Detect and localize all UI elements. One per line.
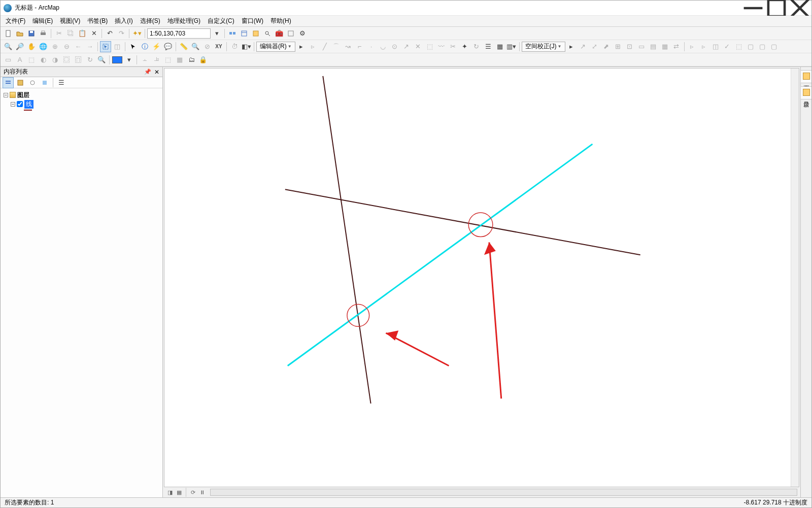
- goto-xy-icon[interactable]: XY: [213, 41, 224, 52]
- measure-icon[interactable]: 📏: [178, 41, 189, 52]
- html-popup-icon[interactable]: 💬: [162, 41, 174, 52]
- list-by-drawing-order-icon[interactable]: [3, 77, 14, 88]
- edit-annotation-icon[interactable]: ▹: [308, 41, 319, 52]
- link-table-icon[interactable]: ▦: [659, 41, 670, 52]
- select-features-icon[interactable]: [100, 41, 111, 52]
- spatial-adjustment-dropdown[interactable]: 空间校正(J)▼: [522, 42, 565, 52]
- edit-vertices-icon[interactable]: ⬚: [424, 41, 435, 52]
- map-canvas[interactable]: [164, 68, 799, 487]
- new-displacement-link-icon[interactable]: ↗: [578, 41, 589, 52]
- toc-options-icon[interactable]: ☰: [56, 77, 67, 88]
- menu-view[interactable]: 视图(V): [57, 16, 83, 26]
- topo-error-icon[interactable]: ⬚: [733, 41, 745, 52]
- create-viewer-icon[interactable]: ◧▾: [241, 41, 252, 52]
- modify-link-icon[interactable]: ⤢: [589, 41, 600, 52]
- menu-bookmarks[interactable]: 书签(B): [84, 16, 111, 26]
- align-1-icon[interactable]: ⫠: [139, 54, 150, 65]
- draw-rectangle-icon[interactable]: ▭: [3, 54, 14, 65]
- cut-icon[interactable]: ✂: [53, 28, 64, 39]
- time-slider-icon[interactable]: ⏱: [229, 41, 240, 52]
- scale-input[interactable]: [147, 28, 211, 39]
- topo-edit-1-icon[interactable]: ▹: [687, 41, 698, 52]
- add-data-icon[interactable]: ✦▾: [131, 28, 143, 39]
- topo-7-icon[interactable]: ▢: [768, 41, 780, 52]
- redo-icon[interactable]: ↷: [116, 28, 127, 39]
- create-features-icon[interactable]: ▥▾: [506, 41, 517, 52]
- group-icon[interactable]: ⿴: [61, 54, 72, 65]
- editor-toolbar-icon[interactable]: [227, 28, 238, 39]
- pan-icon[interactable]: ✋: [26, 41, 37, 52]
- refresh-icon[interactable]: ⟳: [189, 488, 197, 496]
- data-view-tab[interactable]: ◨: [166, 488, 174, 496]
- copy-icon[interactable]: ⿻: [65, 28, 76, 39]
- select-elements-icon[interactable]: ▸: [566, 41, 577, 52]
- edge-match-icon[interactable]: ▭: [636, 41, 647, 52]
- list-by-selection-icon[interactable]: [39, 77, 50, 88]
- undo-icon[interactable]: ↶: [104, 28, 115, 39]
- clear-selection-icon[interactable]: ◫: [112, 41, 123, 52]
- limited-adjustment-icon[interactable]: ⊡: [624, 41, 635, 52]
- back-extent-icon[interactable]: ←: [73, 41, 84, 52]
- align-2-icon[interactable]: ⫡: [151, 54, 162, 65]
- catalog-window-icon[interactable]: [250, 28, 261, 39]
- menu-insert[interactable]: 插入(I): [112, 16, 136, 26]
- nudge-icon[interactable]: ▦: [174, 54, 185, 65]
- close-button[interactable]: [788, 1, 811, 15]
- attributes-icon[interactable]: ☰: [483, 41, 494, 52]
- cut-polygons-icon[interactable]: ✂: [448, 41, 459, 52]
- fixed-zoom-in-icon[interactable]: ⊕: [49, 41, 60, 52]
- search-window-icon[interactable]: [262, 28, 273, 39]
- python-window-icon[interactable]: [285, 28, 296, 39]
- end-point-arc-icon[interactable]: ◡: [378, 41, 389, 52]
- zoom-in-icon[interactable]: 🔍: [3, 41, 14, 52]
- list-by-visibility-icon[interactable]: [27, 77, 38, 88]
- rotate-draw-icon[interactable]: ↻: [84, 54, 95, 65]
- find-route-icon[interactable]: ⊘: [201, 41, 213, 52]
- right-angle-icon[interactable]: ⌐: [354, 41, 365, 52]
- fill-color-icon[interactable]: [112, 54, 123, 65]
- arctoolbox-icon[interactable]: 🧰: [274, 28, 285, 39]
- toc-icon[interactable]: [239, 28, 250, 39]
- rotate-icon[interactable]: ↻: [471, 41, 482, 52]
- pointer-icon[interactable]: [127, 41, 139, 52]
- zoom-to-selected-icon[interactable]: 🔍: [96, 54, 107, 65]
- menu-help[interactable]: 帮助(H): [267, 16, 294, 26]
- layer-props-icon[interactable]: 🗂: [186, 54, 197, 65]
- map-horizontal-scrollbar[interactable]: [210, 489, 797, 496]
- topo-6-icon[interactable]: ▢: [757, 41, 768, 52]
- intersection-icon[interactable]: ✕: [413, 41, 424, 52]
- draw-tool-2-icon[interactable]: ◑: [49, 54, 60, 65]
- topo-edit-2-icon[interactable]: ▹: [698, 41, 709, 52]
- tree-root-row[interactable]: − 图层: [4, 90, 159, 99]
- distribute-icon[interactable]: ⬚: [162, 54, 174, 65]
- arc-segment-icon[interactable]: ⌒: [331, 41, 342, 52]
- minimize-button[interactable]: [741, 1, 765, 15]
- identity-link-icon[interactable]: ⊞: [613, 41, 624, 52]
- editor-dropdown[interactable]: 编辑器(R)▼: [256, 42, 295, 52]
- edit-tool-icon[interactable]: ▸: [296, 41, 307, 52]
- edit-vertices-draw-icon[interactable]: ⬚: [26, 54, 37, 65]
- new-doc-icon[interactable]: [3, 28, 14, 39]
- layer-name[interactable]: 线: [24, 100, 33, 109]
- print-icon[interactable]: [38, 28, 49, 39]
- locked-icon[interactable]: 🔒: [197, 54, 209, 65]
- save-icon[interactable]: [26, 28, 37, 39]
- topo-validate-icon[interactable]: ◫: [710, 41, 721, 52]
- full-extent-icon[interactable]: 🌐: [38, 41, 49, 52]
- pin-icon[interactable]: 📌: [144, 69, 151, 75]
- zoom-out-icon[interactable]: 🔎: [14, 41, 25, 52]
- hyperlink-icon[interactable]: ⚡: [151, 41, 162, 52]
- direction-distance-icon[interactable]: ↗: [401, 41, 412, 52]
- paste-icon[interactable]: 📋: [77, 28, 88, 39]
- catalog-tab[interactable]: 目录: [800, 86, 811, 99]
- pause-drawing-icon[interactable]: ⏸: [198, 488, 206, 496]
- layout-view-tab[interactable]: ▦: [175, 488, 183, 496]
- scale-dropdown-icon[interactable]: ▾: [211, 28, 222, 39]
- collapse-icon[interactable]: −: [11, 102, 15, 107]
- toc-close-icon[interactable]: ✕: [154, 69, 159, 76]
- menu-geoprocessing[interactable]: 地理处理(G): [164, 16, 204, 26]
- topo-fix-icon[interactable]: ✓: [722, 41, 733, 52]
- list-by-source-icon[interactable]: [15, 77, 26, 88]
- menu-edit[interactable]: 编辑(E): [29, 16, 56, 26]
- view-link-table-icon[interactable]: ▤: [648, 41, 659, 52]
